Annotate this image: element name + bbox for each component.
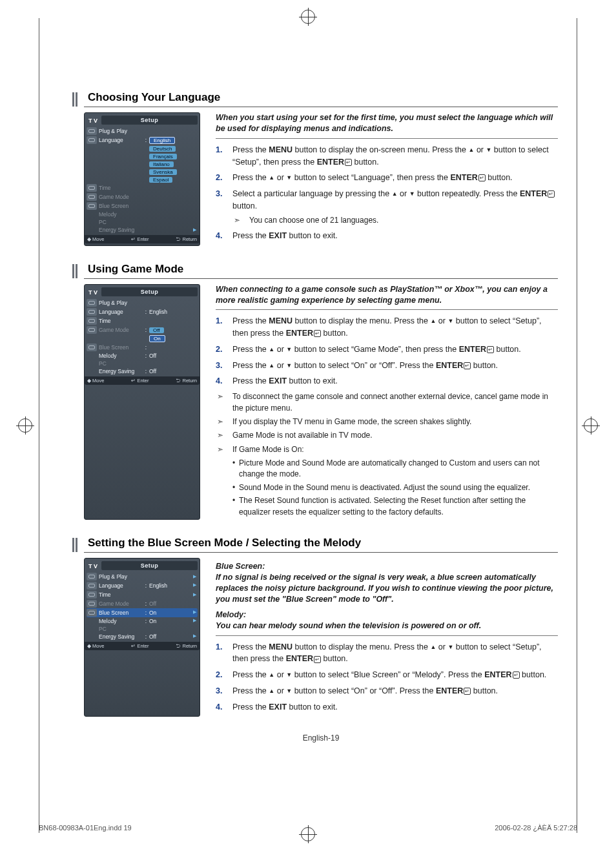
intro-subtitle: Melody: [216, 610, 558, 619]
section-intro: You can hear melody sound when the telev… [216, 620, 558, 636]
step-item: Press the MENU button to display the on-… [216, 144, 558, 169]
step-list: Press the MENU button to display the men… [216, 315, 558, 387]
registration-mark-icon [301, 10, 315, 24]
note-line: To disconnect the game console and conne… [216, 391, 558, 414]
registration-mark-icon [18, 418, 32, 433]
registration-mark-icon [584, 418, 598, 433]
step-item: Press the EXIT button to exit. [216, 230, 558, 242]
step-item: Press the ▲ or ▼ button to select “Game … [216, 343, 558, 356]
section-intro: When connecting to a game console such a… [216, 284, 558, 311]
section-title: Using Game Mode [88, 263, 558, 276]
print-footer: BN68-00983A-01Eng.indd 19 2006-02-28 ¿ÀÈ… [39, 824, 577, 832]
step-item: Press the ▲ or ▼ button to select “Blue … [216, 669, 558, 681]
step-item: Press the ▲ or ▼ button to select “On” o… [216, 360, 558, 372]
section-heading: Using Game Mode [84, 263, 558, 276]
osd-screenshot-language: T VSetupPlug & PlayLanguage:EnglishDeuts… [84, 112, 200, 246]
page-number: English-19 [84, 733, 558, 743]
step-item: Press the ▲ or ▼ button to select “On” o… [216, 685, 558, 697]
osd-screenshot-bluescreen: T VSetupPlug & Play▶Language:English▶Tim… [84, 558, 200, 717]
osd-screenshot-gamemode: T VSetupPlug & PlayLanguage:EnglishTimeG… [84, 284, 200, 520]
sub-bullet: Picture Mode and Sound Mode are automati… [232, 458, 558, 480]
sub-bullet: The Reset Sound function is activated. S… [232, 495, 558, 518]
document-page: Choosing Your Language T VSetupPlug & Pl… [0, 0, 616, 851]
section-title: Setting the Blue Screen Mode / Selecting… [88, 537, 558, 549]
step-item: Press the MENU button to display the men… [216, 641, 558, 666]
note-line: If Game Mode is On: [216, 444, 558, 455]
section-heading: Setting the Blue Screen Mode / Selecting… [84, 537, 558, 549]
step-item: Select a particular language by pressing… [216, 188, 558, 226]
sub-bullet: Sound Mode in the Sound menu is deactiva… [232, 482, 558, 493]
footer-timestamp: 2006-02-28 ¿ÀÈÄ 5:27:28 [495, 824, 577, 832]
step-item: Press the EXIT button to exit. [216, 375, 558, 387]
sub-bullet-list: Picture Mode and Sound Mode are automati… [216, 458, 558, 518]
step-list: Press the MENU button to display the men… [216, 641, 558, 713]
footer-file: BN68-00983A-01Eng.indd 19 [39, 824, 132, 832]
step-item: Press the EXIT button to exit. [216, 701, 558, 713]
step-list: Press the MENU button to display the on-… [216, 144, 558, 242]
note-line: If you display the TV menu in Game mode,… [216, 416, 558, 427]
note-line: Game Mode is not available in TV mode. [216, 430, 558, 441]
step-item: Press the MENU button to display the men… [216, 315, 558, 340]
intro-subtitle: Blue Screen: [216, 562, 558, 571]
section-intro: When you start using your set for the fi… [216, 112, 558, 139]
step-item: Press the ▲ or ▼ button to select “Langu… [216, 172, 558, 184]
section-intro: If no signal is being received or the si… [216, 572, 558, 606]
section-title: Choosing Your Language [88, 91, 558, 104]
section-heading: Choosing Your Language [84, 91, 558, 104]
